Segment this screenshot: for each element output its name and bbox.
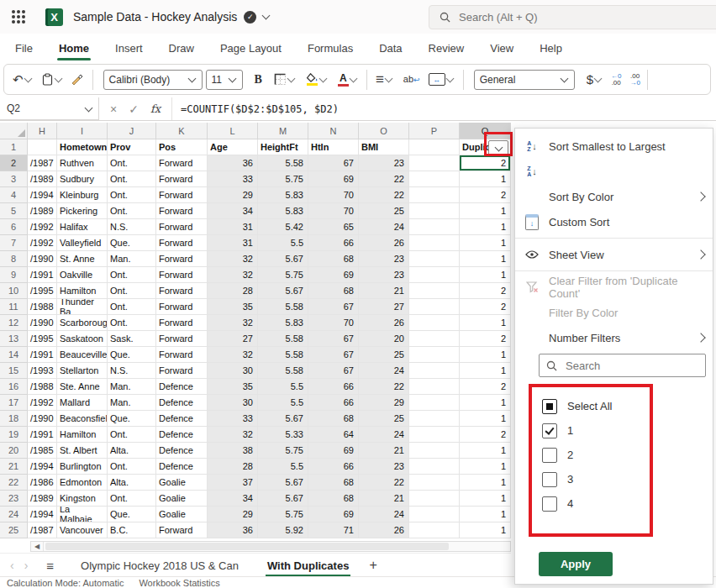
grid-cell[interactable]: 22 <box>359 379 409 395</box>
grid-cell[interactable]: 5.33 <box>258 427 308 443</box>
grid-cell[interactable]: 70 <box>308 187 359 203</box>
merge-chevron-down-icon[interactable] <box>445 75 454 83</box>
grid-cell[interactable]: 37 <box>208 475 258 491</box>
wrap-text-button[interactable]: ab↩ <box>403 75 420 84</box>
sheet-tab-with-duplicates[interactable]: With Duplicates <box>266 555 350 576</box>
grid-cell[interactable]: 1 <box>460 203 511 219</box>
grid-cell[interactable]: 30 <box>208 363 258 379</box>
grid-cell[interactable]: /1985 <box>28 443 57 459</box>
grid-cell[interactable]: 2 <box>460 379 511 395</box>
grid-cell[interactable]: 22 <box>359 475 409 491</box>
grid-cell[interactable]: 24 <box>359 507 409 522</box>
grid-cell[interactable]: 24 <box>359 427 409 443</box>
header-cell[interactable]: Pos <box>156 139 208 155</box>
grid-cell[interactable]: Alta. <box>108 443 156 459</box>
grid-cell[interactable] <box>409 235 460 251</box>
grid-cell[interactable]: /1990 <box>28 251 57 267</box>
menu-item-number-filters[interactable]: Number Filters <box>515 325 713 350</box>
grid-cell[interactable]: Que. <box>108 411 156 427</box>
grid-cell[interactable]: /1988 <box>28 299 57 315</box>
grid-cell[interactable]: Ont. <box>108 427 156 443</box>
grid-cell[interactable]: Defence <box>156 427 208 443</box>
grid-cell[interactable] <box>409 251 460 267</box>
grid-cell[interactable]: Que. <box>108 347 156 363</box>
add-sheet-button[interactable]: + <box>369 558 376 573</box>
sheet-tab-olympic-hockey[interactable]: Olympic Hockey 2018 US & Can <box>79 555 240 576</box>
checkbox-icon[interactable] <box>542 423 557 438</box>
grid-cell[interactable]: 69 <box>308 443 359 459</box>
grid-cell[interactable]: Que. <box>108 507 156 522</box>
grid-cell[interactable]: Forward <box>156 171 208 187</box>
grid-cell[interactable]: N.S. <box>108 219 156 235</box>
grid-cell[interactable]: Ont. <box>108 187 156 203</box>
grid-cell[interactable]: Ont. <box>108 283 156 299</box>
row-header-9[interactable]: 9 <box>0 267 28 283</box>
grid-cell[interactable]: 1 <box>460 459 511 475</box>
grid-cell[interactable]: 34 <box>208 203 258 219</box>
row-header-18[interactable]: 18 <box>0 411 28 427</box>
grid-cell[interactable]: Forward <box>156 363 208 379</box>
grid-cell[interactable]: /1992 <box>28 395 57 411</box>
grid-cell[interactable]: 5.67 <box>258 491 308 507</box>
grid-cell[interactable]: 1 <box>460 251 511 267</box>
grid-cell[interactable]: 25 <box>359 347 409 363</box>
grid-cell[interactable]: 23 <box>359 251 409 267</box>
excel-logo[interactable]: X <box>45 8 63 26</box>
fx-icon[interactable]: fx <box>150 102 161 115</box>
grid-cell[interactable]: 29 <box>208 507 258 522</box>
grid-cell[interactable]: 24 <box>359 219 409 235</box>
grid-cell[interactable]: 23 <box>359 459 409 475</box>
grid-cell[interactable]: Oakville <box>57 267 108 283</box>
row-header-11[interactable]: 11 <box>0 299 28 315</box>
grid-cell[interactable]: /1995 <box>28 283 57 299</box>
tab-help[interactable]: Help <box>538 37 564 60</box>
row-header-14[interactable]: 14 <box>0 347 28 363</box>
grid-cell[interactable]: 32 <box>208 315 258 331</box>
grid-cell[interactable] <box>409 155 460 171</box>
grid-cell[interactable]: 1 <box>460 443 511 459</box>
column-header-O[interactable]: O <box>359 123 409 139</box>
row-header-5[interactable]: 5 <box>0 203 28 219</box>
grid-cell[interactable]: /1990 <box>28 315 57 331</box>
grid-cell[interactable]: 30 <box>208 395 258 411</box>
row-header-25[interactable]: 25 <box>0 522 28 538</box>
tab-file[interactable]: File <box>13 37 34 60</box>
font-size-select[interactable]: 11 <box>206 70 243 90</box>
grid-cell[interactable] <box>409 427 460 443</box>
grid-cell[interactable]: 68 <box>308 491 359 507</box>
grid-cell[interactable]: Hamilton <box>57 427 108 443</box>
tab-view[interactable]: View <box>488 37 515 60</box>
filter-checkbox-3[interactable]: 3 <box>542 467 650 491</box>
grid-cell[interactable]: Sudbury <box>57 171 108 187</box>
grid-cell[interactable]: 20 <box>359 331 409 347</box>
grid-cell[interactable]: 5.5 <box>258 379 308 395</box>
grid-cell[interactable]: Man. <box>108 379 156 395</box>
grid-cell[interactable] <box>409 507 460 522</box>
column-header-M[interactable]: M <box>258 123 308 139</box>
bold-button[interactable]: B <box>255 73 262 87</box>
grid-cell[interactable]: 1 <box>460 491 511 507</box>
menu-item-custom-sort[interactable]: ↓ Custom Sort <box>515 209 713 234</box>
tab-formulas[interactable]: Formulas <box>306 37 355 60</box>
column-header-K[interactable]: K <box>156 123 208 139</box>
borders-button[interactable] <box>274 73 296 86</box>
grid-cell[interactable]: Forward <box>156 315 208 331</box>
grid-cell[interactable]: 21 <box>359 283 409 299</box>
column-header-J[interactable]: J <box>108 123 156 139</box>
filter-search-box[interactable] <box>539 354 706 377</box>
filter-checkbox-2[interactable]: 2 <box>542 443 650 467</box>
grid-cell[interactable] <box>409 331 460 347</box>
grid-cell[interactable]: /1991 <box>28 347 57 363</box>
grid-cell[interactable]: 23 <box>359 155 409 171</box>
grid-cell[interactable]: Ruthven <box>57 155 108 171</box>
grid-cell[interactable] <box>409 283 460 299</box>
number-format-select[interactable]: General <box>474 70 575 90</box>
grid-cell[interactable]: 1 <box>460 395 511 411</box>
row-header-2[interactable]: 2 <box>0 155 28 171</box>
header-cell[interactable]: HtIn <box>308 139 359 155</box>
grid-cell[interactable]: Thunder Ba <box>57 299 108 315</box>
row-header-3[interactable]: 3 <box>0 171 28 187</box>
grid-cell[interactable]: 32 <box>208 251 258 267</box>
grid-cell[interactable]: 64 <box>308 427 359 443</box>
column-header-I[interactable]: I <box>57 123 108 139</box>
